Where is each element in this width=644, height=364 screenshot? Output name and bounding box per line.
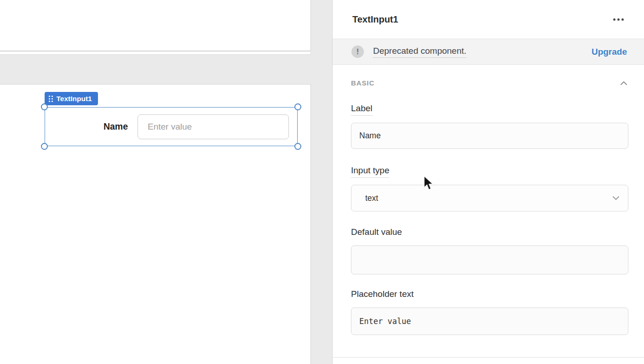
textinput-field[interactable] <box>138 114 289 139</box>
placeholder-text-code-input[interactable]: Enter value <box>351 307 628 335</box>
canvas-frame-top <box>0 0 311 51</box>
drag-dots-icon <box>48 95 53 102</box>
placeholder-text-content: Enter value <box>359 317 411 326</box>
editor-canvas[interactable]: TextInput1 Name <box>0 0 332 364</box>
inspector-header: TextInput1 <box>333 0 644 39</box>
inspector-panel: TextInput1 ! Deprecated component. Upgra… <box>332 0 644 364</box>
section-divider <box>333 357 644 358</box>
ellipsis-menu-icon[interactable] <box>612 16 625 23</box>
textinput-label: Name <box>45 121 128 132</box>
input-type-field-label: Input type <box>351 165 628 178</box>
basic-section-header[interactable]: BASIC <box>351 79 628 87</box>
textinput-component: Name <box>45 108 297 146</box>
default-value-field-label: Default value <box>351 227 628 237</box>
canvas-frame-main: TextInput1 Name <box>0 84 311 364</box>
label-field-label: Label <box>351 103 628 116</box>
label-field-input[interactable] <box>351 123 628 149</box>
component-badge-label: TextInput1 <box>57 95 92 103</box>
chevron-down-icon <box>612 196 620 200</box>
chevron-up-icon[interactable] <box>619 80 628 86</box>
upgrade-link[interactable]: Upgrade <box>592 47 627 57</box>
basic-section-title: BASIC <box>351 79 374 87</box>
placeholder-text-field-label: Placeholder text <box>351 289 628 299</box>
input-type-selected-value: text <box>365 193 612 203</box>
input-type-select[interactable]: text <box>351 185 628 211</box>
inspector-title: TextInput1 <box>352 14 398 25</box>
deprecated-message: Deprecated component. <box>373 46 466 58</box>
selected-component-textinput1[interactable]: TextInput1 Name <box>45 107 298 146</box>
component-badge[interactable]: TextInput1 <box>45 92 98 105</box>
default-value-code-input[interactable] <box>351 245 628 274</box>
deprecated-banner: ! Deprecated component. Upgrade <box>333 39 644 65</box>
canvas-frame-strip <box>0 52 311 55</box>
exclamation-circle-icon: ! <box>351 46 364 58</box>
